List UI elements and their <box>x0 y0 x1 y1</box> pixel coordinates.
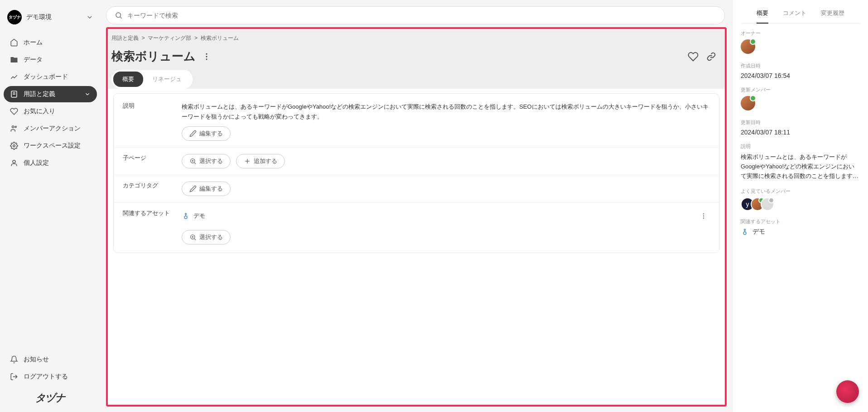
nav-list: ホーム データ ダッシュボード 用語と定義 お気に入り メンバーアクショ <box>4 34 97 351</box>
viewer-avatar[interactable] <box>761 197 774 211</box>
workspace-name: デモ環境 <box>26 13 82 21</box>
svg-point-6 <box>13 160 15 163</box>
breadcrumb: 用語と定義 > マーケティング部 > 検索ボリューム <box>111 34 716 46</box>
field-child-pages: 子ページ 選択する 追加する <box>114 148 719 175</box>
field-value: 編集する <box>182 182 710 196</box>
nav-personal-settings[interactable]: 個人設定 <box>4 155 97 171</box>
meta-related-assets: 関連するアセット デモ <box>741 218 860 236</box>
nav-label: 用語と定義 <box>24 90 55 98</box>
tab-overview[interactable]: 概要 <box>113 72 143 87</box>
breadcrumb-item[interactable]: 検索ボリューム <box>201 35 239 41</box>
meta-description: 説明 検索ボリュームとは、あるキーワードがGoogleやYahoo!などの検索エ… <box>741 143 860 181</box>
field-label: 説明 <box>123 102 182 141</box>
avatar-group: y <box>741 197 860 211</box>
users-icon <box>10 125 18 133</box>
btn-label: 編集する <box>199 129 223 138</box>
search-input[interactable] <box>127 12 716 19</box>
nav-member-actions[interactable]: メンバーアクション <box>4 120 97 137</box>
help-fab[interactable] <box>836 380 859 403</box>
field-value: 選択する 追加する <box>182 154 710 168</box>
rtab-overview[interactable]: 概要 <box>757 6 768 24</box>
rtab-comments[interactable]: コメント <box>783 6 806 23</box>
main: 用語と定義 > マーケティング部 > 検索ボリューム 検索ボリューム 概要 <box>101 0 732 412</box>
svg-point-12 <box>206 58 207 60</box>
edit-description-button[interactable]: 編集する <box>182 126 231 141</box>
field-description: 説明 検索ボリュームとは、あるキーワードがGoogleやYahoo!などの検索エ… <box>114 96 719 148</box>
book-icon <box>10 90 18 98</box>
link-button[interactable] <box>707 52 716 61</box>
title-row: 検索ボリューム <box>111 46 716 70</box>
svg-point-4 <box>15 126 16 128</box>
heart-icon <box>10 107 18 115</box>
field-related-assets: 関連するアセット デモ 選択する <box>114 203 719 251</box>
owner-avatar[interactable] <box>741 39 755 54</box>
tab-lineage[interactable]: リネージュ <box>143 72 191 87</box>
asset-item[interactable]: デモ <box>182 209 710 225</box>
pencil-icon <box>189 130 197 137</box>
nav-label: ワークスペース設定 <box>24 142 81 150</box>
bottom-nav: お知らせ ログアウトする タヅナ <box>4 351 97 407</box>
svg-point-10 <box>206 53 207 54</box>
meta-label: 作成日時 <box>741 62 860 69</box>
nav-data[interactable]: データ <box>4 52 97 68</box>
breadcrumb-item[interactable]: 用語と定義 <box>111 35 139 41</box>
meta-created: 作成日時 2024/03/07 16:54 <box>741 62 860 79</box>
content-frame: 用語と定義 > マーケティング部 > 検索ボリューム 検索ボリューム 概要 <box>106 27 727 407</box>
asset-more-button[interactable] <box>700 212 710 220</box>
related-asset-item[interactable]: デモ <box>741 228 860 236</box>
meta-label: 関連するアセット <box>741 218 860 225</box>
breadcrumb-sep: > <box>194 35 198 41</box>
meta-label: 更新日時 <box>741 119 860 126</box>
svg-point-5 <box>13 145 15 147</box>
svg-line-16 <box>194 163 196 164</box>
plus-icon <box>244 158 251 165</box>
more-vertical-icon[interactable] <box>202 52 211 61</box>
svg-point-30 <box>743 232 746 235</box>
nav-label: ダッシュボード <box>24 73 68 81</box>
nav-dashboard[interactable]: ダッシュボード <box>4 69 97 85</box>
meta-label: よく見ているメンバー <box>741 188 860 195</box>
right-tabs: 概要 コメント 変更履歴 <box>741 6 860 24</box>
breadcrumb-sep: > <box>142 35 145 41</box>
workspace-selector[interactable]: タヅナ デモ環境 <box>4 5 97 29</box>
meta-value: 2024/03/07 18:11 <box>741 129 860 136</box>
nav-workspace-settings[interactable]: ワークスペース設定 <box>4 138 97 154</box>
add-child-button[interactable]: 追加する <box>236 154 285 168</box>
meta-value: 2024/03/07 16:54 <box>741 72 860 79</box>
search-icon <box>115 11 123 19</box>
nav-label: データ <box>24 56 43 64</box>
breadcrumb-item[interactable]: マーケティング部 <box>148 35 191 41</box>
content-body: 説明 検索ボリュームとは、あるキーワードがGoogleやYahoo!などの検索エ… <box>113 93 719 253</box>
select-child-button[interactable]: 選択する <box>182 154 231 168</box>
edit-tags-button[interactable]: 編集する <box>182 182 231 196</box>
field-value: 検索ボリュームとは、あるキーワードがGoogleやYahoo!などの検索エンジン… <box>182 102 710 141</box>
chart-icon <box>10 73 18 81</box>
nav-home[interactable]: ホーム <box>4 34 97 51</box>
user-icon <box>10 159 18 167</box>
search-wrap[interactable] <box>106 6 725 24</box>
bell-icon <box>10 355 18 364</box>
related-asset-name: デモ <box>752 228 765 236</box>
meta-owner: オーナー <box>741 30 860 55</box>
svg-point-19 <box>185 213 187 215</box>
svg-line-9 <box>120 17 121 18</box>
svg-point-8 <box>116 13 121 18</box>
logo: タヅナ <box>4 386 97 407</box>
updater-avatar[interactable] <box>741 96 755 110</box>
nav-terms[interactable]: 用語と定義 <box>4 86 97 102</box>
nav-notifications[interactable]: お知らせ <box>4 351 97 368</box>
svg-point-29 <box>744 229 746 230</box>
nav-logout[interactable]: ログアウトする <box>4 369 97 385</box>
meta-label: 説明 <box>741 143 860 150</box>
pencil-icon <box>189 185 197 192</box>
svg-point-3 <box>12 126 14 128</box>
field-label: カテゴリタグ <box>123 182 182 196</box>
nav-favorites[interactable]: お気に入り <box>4 103 97 120</box>
nav-label: 個人設定 <box>24 159 49 167</box>
chevron-down-icon <box>86 14 93 21</box>
select-asset-button[interactable]: 選択する <box>182 230 231 244</box>
nav-label: ログアウトする <box>24 373 68 381</box>
favorite-button[interactable] <box>688 51 699 62</box>
workspace-avatar: タヅナ <box>7 10 22 24</box>
rtab-history[interactable]: 変更履歴 <box>821 6 844 23</box>
